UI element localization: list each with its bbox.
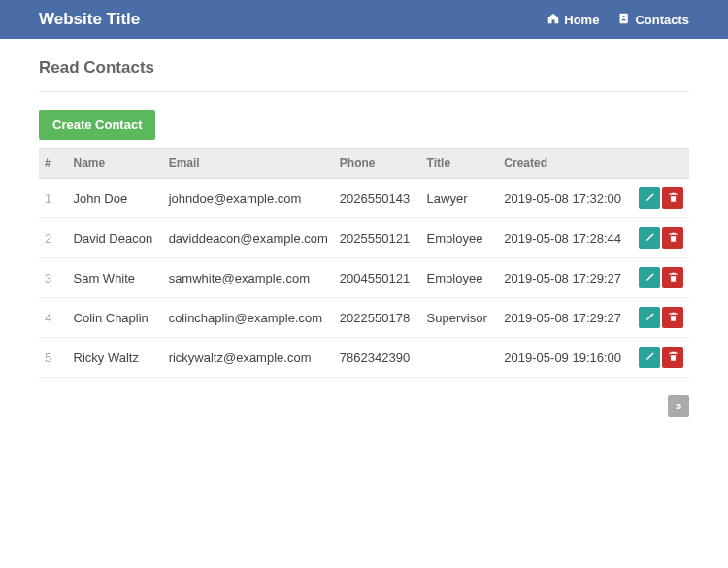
cell-name: David Deacon — [68, 218, 163, 258]
edit-button[interactable] — [639, 267, 660, 288]
cell-actions — [631, 218, 689, 258]
cell-name: Sam White — [68, 258, 163, 298]
cell-phone: 7862342390 — [334, 338, 421, 378]
th-email: Email — [163, 149, 334, 179]
th-title: Title — [421, 149, 499, 179]
cell-idx: 3 — [39, 258, 68, 298]
delete-button[interactable] — [662, 307, 683, 328]
trash-icon — [668, 351, 678, 365]
pencil-icon — [645, 351, 655, 365]
edit-button[interactable] — [639, 307, 660, 328]
pencil-icon — [645, 231, 655, 246]
navbar-nav: Home Contacts — [547, 13, 689, 27]
delete-button[interactable] — [662, 267, 683, 288]
cell-phone: 2025550121 — [334, 218, 421, 258]
cell-idx: 5 — [39, 338, 68, 378]
content: Read Contacts Create Contact # Name Emai… — [0, 39, 728, 436]
cell-actions — [631, 179, 689, 218]
site-title: Website Title — [39, 10, 140, 29]
navbar: Website Title Home Contacts — [0, 0, 728, 39]
cell-email: rickywaltz@example.com — [163, 338, 334, 378]
delete-button[interactable] — [662, 187, 683, 209]
page-title: Read Contacts — [39, 58, 689, 92]
pencil-icon — [645, 191, 655, 206]
edit-button[interactable] — [639, 347, 660, 368]
cell-idx: 4 — [39, 298, 68, 338]
cell-title — [421, 338, 499, 378]
nav-home-label: Home — [564, 13, 599, 27]
trash-icon — [668, 231, 678, 246]
cell-name: Ricky Waltz — [68, 338, 163, 378]
table-header-row: # Name Email Phone Title Created — [39, 149, 689, 179]
cell-email: colinchaplin@example.com — [163, 298, 334, 338]
trash-icon — [668, 311, 678, 325]
cell-email: daviddeacon@example.com — [163, 218, 334, 258]
cell-idx: 2 — [39, 218, 68, 258]
contacts-icon — [618, 13, 630, 27]
cell-title: Lawyer — [421, 179, 499, 218]
pencil-icon — [645, 311, 655, 325]
cell-title: Employee — [421, 218, 499, 258]
pagination: » — [39, 395, 689, 417]
table-row: 3Sam Whitesamwhite@example.com2004550121… — [39, 258, 689, 298]
cell-name: Colin Chaplin — [68, 298, 163, 338]
cell-title: Supervisor — [421, 298, 499, 338]
cell-idx: 1 — [39, 179, 68, 218]
cell-created: 2019-05-09 19:16:00 — [498, 338, 631, 378]
delete-button[interactable] — [662, 347, 683, 368]
th-actions — [631, 149, 689, 179]
next-page-button[interactable]: » — [668, 395, 689, 417]
trash-icon — [668, 271, 678, 285]
cell-created: 2019-05-08 17:29:27 — [498, 258, 631, 298]
th-created: Created — [498, 149, 631, 179]
table-row: 5Ricky Waltzrickywaltz@example.com786234… — [39, 338, 689, 378]
create-contact-button[interactable]: Create Contact — [39, 110, 155, 140]
nav-contacts-label: Contacts — [635, 13, 689, 27]
home-icon — [547, 13, 559, 27]
cell-title: Employee — [421, 258, 499, 298]
edit-button[interactable] — [639, 187, 660, 209]
cell-created: 2019-05-08 17:29:27 — [498, 298, 631, 338]
cell-email: johndoe@example.com — [163, 179, 334, 218]
cell-name: John Doe — [68, 179, 163, 218]
pencil-icon — [645, 271, 655, 285]
delete-button[interactable] — [662, 227, 683, 249]
cell-phone: 2022550178 — [334, 298, 421, 338]
table-row: 2David Deacondaviddeacon@example.com2025… — [39, 218, 689, 258]
cell-actions — [631, 258, 689, 298]
table-row: 1John Doejohndoe@example.com2026550143La… — [39, 179, 689, 218]
cell-email: samwhite@example.com — [163, 258, 334, 298]
edit-button[interactable] — [639, 227, 660, 249]
cell-actions — [631, 298, 689, 338]
th-idx: # — [39, 149, 68, 179]
cell-created: 2019-05-08 17:28:44 — [498, 218, 631, 258]
cell-actions — [631, 338, 689, 378]
cell-created: 2019-05-08 17:32:00 — [498, 179, 631, 218]
trash-icon — [668, 191, 678, 206]
th-phone: Phone — [334, 149, 421, 179]
table-row: 4Colin Chaplincolinchaplin@example.com20… — [39, 298, 689, 338]
contacts-table: # Name Email Phone Title Created 1John D… — [39, 148, 689, 378]
th-name: Name — [68, 149, 163, 179]
nav-home-link[interactable]: Home — [547, 13, 599, 27]
cell-phone: 2026550143 — [334, 179, 421, 218]
nav-contacts-link[interactable]: Contacts — [618, 13, 689, 27]
cell-phone: 2004550121 — [334, 258, 421, 298]
